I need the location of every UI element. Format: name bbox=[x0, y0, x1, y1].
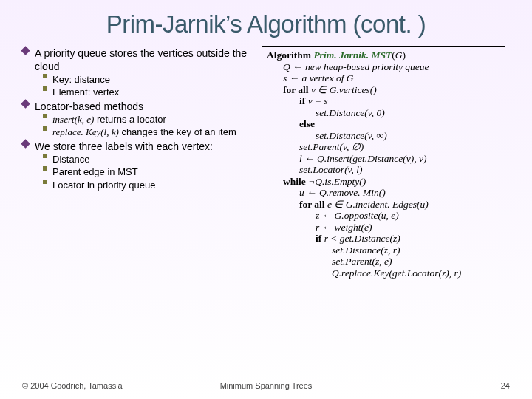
bullet-3a-text: Distance bbox=[52, 154, 251, 166]
bullet-3b-text: Parent edge in MST bbox=[52, 166, 251, 178]
algo-line-17: set.Distance(z, r) bbox=[267, 245, 500, 256]
left-column: A priority queue stores the vertices out… bbox=[22, 46, 251, 282]
kw-algorithm: Algorithm bbox=[267, 50, 313, 61]
replacekey-tail: changes the key of an item bbox=[119, 126, 236, 137]
replacekey-args: (l, k) bbox=[100, 126, 119, 137]
diamond-icon bbox=[21, 99, 30, 109]
bullet-3c: Locator in priority queue bbox=[43, 180, 251, 191]
insert-tail: returns a locator bbox=[94, 114, 166, 125]
insert-args: (k, e) bbox=[75, 114, 95, 125]
algo-line-12: u ← Q.remove. Min() bbox=[267, 187, 500, 199]
square-icon bbox=[43, 166, 47, 171]
bullet-2-text: Locator-based methods bbox=[35, 100, 251, 114]
bullet-2: Locator-based methods bbox=[22, 100, 251, 114]
square-icon bbox=[43, 74, 47, 78]
bullet-1-text: A priority queue stores the vertices out… bbox=[35, 47, 251, 73]
algo-line-4: if v = s bbox=[267, 95, 500, 107]
square-icon bbox=[43, 154, 47, 158]
bullet-2b: replace. Key(l, k) changes the key of an… bbox=[43, 126, 251, 138]
algo-line-8: set.Parent(v, ∅) bbox=[267, 141, 500, 153]
bullet-1a-text: Key: distance bbox=[52, 74, 251, 86]
algo-line-1: Q ← new heap-based priority queue bbox=[267, 61, 500, 73]
content-columns: A priority queue stores the vertices out… bbox=[22, 46, 510, 282]
bullet-2b-text: replace. Key(l, k) changes the key of an… bbox=[52, 126, 251, 138]
bullet-3c-text: Locator in priority queue bbox=[52, 180, 251, 191]
algo-line-0: Algorithm Prim. Jarnik. MST(G) bbox=[267, 50, 406, 61]
bullet-3: We store three labels with each vertex: bbox=[22, 140, 251, 154]
algo-line-15: r ← weight(e) bbox=[267, 222, 500, 233]
bullet-1b-text: Element: vertex bbox=[52, 86, 251, 98]
algo-paren-close: ) bbox=[402, 50, 406, 61]
bullet-3-text: We store three labels with each vertex: bbox=[35, 140, 251, 154]
page-title: Prim-Jarnik’s Algorithm (cont. ) bbox=[22, 10, 510, 38]
algo-line-18: set.Parent(z, e) bbox=[267, 256, 500, 267]
bullet-1b: Element: vertex bbox=[43, 86, 251, 98]
bullet-1: A priority queue stores the vertices out… bbox=[22, 47, 251, 73]
algo-line-7: set.Distance(v, ∞) bbox=[267, 130, 500, 142]
replacekey-fn: replace. Key bbox=[52, 126, 100, 137]
algo-line-19: Q.replace.Key(get.Locator(z), r) bbox=[267, 267, 500, 279]
bullet-1a: Key: distance bbox=[43, 74, 251, 86]
algo-line-11: while ¬Q.is.Empty() bbox=[267, 176, 500, 188]
square-icon bbox=[43, 86, 47, 91]
page-number: 24 bbox=[501, 381, 510, 390]
algo-line-2: s ← a vertex of G bbox=[267, 72, 500, 84]
algo-line-9: l ← Q.insert(get.Distance(v), v) bbox=[267, 153, 500, 165]
bullet-3a: Distance bbox=[43, 154, 251, 166]
algo-line-6: else bbox=[267, 118, 500, 130]
insert-fn: insert bbox=[52, 114, 75, 125]
algorithm-box: Algorithm Prim. Jarnik. MST(G) Q ← new h… bbox=[262, 46, 505, 282]
square-icon bbox=[43, 126, 47, 131]
algo-name: Prim. Jarnik. MST bbox=[313, 50, 392, 61]
diamond-icon bbox=[21, 46, 30, 55]
algo-arg-g: G bbox=[395, 50, 403, 61]
diamond-icon bbox=[21, 139, 30, 149]
algo-line-16: if r < get.Distance(z) bbox=[267, 233, 500, 245]
algo-line-10: set.Locator(v, l) bbox=[267, 164, 500, 176]
bullet-2a-text: insert(k, e) returns a locator bbox=[52, 114, 251, 126]
bullet-2a: insert(k, e) returns a locator bbox=[43, 114, 251, 126]
algo-line-13: for all e ∈ G.incident. Edges(u) bbox=[267, 199, 500, 211]
bullet-3b: Parent edge in MST bbox=[43, 166, 251, 178]
algo-line-5: set.Distance(v, 0) bbox=[267, 107, 500, 119]
algo-line-3: for all v ∈ G.vertices() bbox=[267, 84, 500, 96]
square-icon bbox=[43, 114, 47, 118]
slide: Prim-Jarnik’s Algorithm (cont. ) A prior… bbox=[0, 0, 532, 399]
algo-line-14: z ← G.opposite(u, e) bbox=[267, 210, 500, 222]
right-column: Algorithm Prim. Jarnik. MST(G) Q ← new h… bbox=[262, 46, 505, 282]
footer-title: Minimum Spanning Trees bbox=[22, 381, 510, 390]
square-icon bbox=[43, 180, 47, 184]
